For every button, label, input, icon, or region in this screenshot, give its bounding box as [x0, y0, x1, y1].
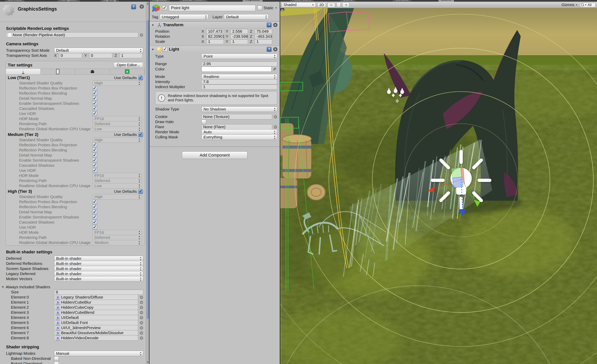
light-gear-icon[interactable]: [273, 47, 278, 52]
window-tab-console[interactable]: Console: [393, 0, 411, 2]
range-field[interactable]: 2.95: [201, 61, 277, 67]
static-dropdown-caret-icon[interactable]: ▼: [275, 7, 277, 9]
rendering-path-dropdown[interactable]: Deferred▲▼: [92, 235, 142, 240]
element-5-object-field[interactable]: SUI/Default Font: [54, 320, 138, 325]
eyedropper-icon[interactable]: ✎: [272, 66, 277, 72]
rendering-path-dropdown[interactable]: Deferred▲▼: [92, 121, 142, 127]
render-mode-dropdown[interactable]: Auto▲▼: [201, 129, 277, 135]
use-hdr-checkbox[interactable]: [92, 111, 97, 116]
realtime-global-illumination-cpu-usage-dropdown[interactable]: Medium▲▼: [92, 240, 142, 245]
baked-directional-checkbox[interactable]: [54, 361, 59, 364]
open-editor-button[interactable]: Open Editor...: [114, 62, 143, 68]
motion-vectors-dropdown[interactable]: Built-in shader▲▼: [54, 276, 143, 282]
indirect-multiplier-field[interactable]: 1: [201, 84, 277, 90]
element-2-object-field[interactable]: SHidden/CubeCopy: [54, 305, 138, 310]
color-swatch[interactable]: [201, 67, 272, 72]
window-tab-game[interactable]: Game: [340, 0, 355, 2]
window-tab-navigation[interactable]: Navigation: [57, 0, 80, 2]
window-tab-collab-histo[interactable]: Collab Histo...: [180, 0, 207, 2]
object-picker-icon[interactable]: ⊙: [140, 295, 143, 299]
lightmap-modes-dropdown[interactable]: Manual▲▼: [54, 351, 143, 356]
always-included-foldout[interactable]: ▼ Always Included Shaders: [0, 284, 146, 289]
cookie-object-field[interactable]: None (Texture): [201, 114, 272, 119]
scale-y-field[interactable]: 1: [231, 39, 248, 44]
object-picker-icon[interactable]: ⊙: [140, 310, 143, 315]
element-7-object-field[interactable]: SBeautiful Dissolves/Mobile/Dissolve: [54, 330, 138, 335]
rotation-z-field[interactable]: -463.343: [255, 34, 272, 39]
platform-tab-iphone[interactable]: [41, 69, 75, 74]
object-picker-icon[interactable]: ⊙: [140, 326, 143, 330]
use-hdr-checkbox[interactable]: [92, 168, 97, 173]
gameobject-name-field[interactable]: Point light: [169, 5, 256, 11]
scene-audio-button[interactable]: [337, 2, 341, 7]
mode-dropdown[interactable]: Realtime▲▼: [201, 74, 277, 79]
active-checkbox[interactable]: [162, 6, 167, 10]
standard-shader-quality-dropdown[interactable]: High▲▼: [92, 137, 142, 143]
scene-view[interactable]: Shaded▼ 2D ☼ ▼ Gizmos▼ ▼ All: [280, 2, 597, 364]
transform-gear-icon[interactable]: [273, 23, 278, 27]
light-enabled-checkbox[interactable]: [163, 47, 167, 52]
scale-x-field[interactable]: 1: [206, 39, 224, 44]
position-x-field[interactable]: 107.473: [206, 29, 224, 34]
transparency-sort-axis-x-field[interactable]: 0: [59, 53, 82, 58]
help-book-icon[interactable]: ?: [131, 4, 136, 9]
scale-z-field[interactable]: 1: [255, 39, 272, 44]
use-defaults-checkbox[interactable]: [138, 189, 143, 194]
use-defaults-checkbox[interactable]: [138, 76, 143, 80]
scrollbar-thumb[interactable]: [146, 20, 149, 319]
realtime-global-illumination-cpu-usage-dropdown[interactable]: Low▲▼: [92, 183, 142, 189]
window-tab-scene[interactable]: Scene: [439, 0, 454, 2]
light-help-icon[interactable]: ?: [267, 47, 272, 52]
layer-dropdown[interactable]: Default▲▼: [224, 14, 268, 20]
transform-help-icon[interactable]: ?: [267, 23, 272, 27]
toggle-2d-button[interactable]: 2D: [317, 2, 326, 7]
none-render-pipeline-asset-object-field[interactable]: None (Render Pipeline Asset): [6, 32, 138, 38]
window-tab-inspector[interactable]: Inspector: [150, 0, 170, 2]
hdr-mode-dropdown[interactable]: FP16▲▼: [92, 116, 142, 121]
window-tab-services[interactable]: Services: [5, 0, 24, 2]
culling-mask-dropdown[interactable]: Everything▲▼: [201, 134, 277, 140]
platform-tab-standalone[interactable]: ↓: [6, 69, 41, 74]
platform-tab-android[interactable]: [75, 69, 110, 74]
scene-lighting-button[interactable]: ☼: [328, 2, 335, 7]
hdr-mode-dropdown[interactable]: FP16▲▼: [92, 230, 142, 235]
use-defaults-checkbox[interactable]: [138, 132, 143, 137]
shadow-type-dropdown[interactable]: No Shadows▲▼: [201, 106, 277, 112]
object-picker-icon[interactable]: ⊙: [140, 33, 143, 37]
element-1-object-field[interactable]: SHidden/CubeBlur: [54, 300, 138, 305]
standard-shader-quality-dropdown[interactable]: High▲▼: [92, 194, 142, 200]
type-dropdown[interactable]: Point▲▼: [201, 54, 277, 59]
realtime-global-illumination-cpu-usage-dropdown[interactable]: Low▲▼: [92, 126, 142, 132]
object-picker-icon[interactable]: ⊙: [274, 125, 277, 129]
size-field[interactable]: 9: [54, 290, 143, 295]
window-tab-lighting[interactable]: Lighting: [101, 0, 118, 2]
hdr-mode-dropdown[interactable]: FP16▲▼: [92, 173, 142, 178]
element-4-object-field[interactable]: SUI/Default: [54, 315, 138, 320]
draw-halo-checkbox[interactable]: [201, 120, 206, 124]
screen-space-shadows-dropdown[interactable]: Built-in shader▲▼: [54, 266, 143, 272]
context-gear-icon[interactable]: [140, 4, 144, 9]
gizmos-dropdown[interactable]: Gizmos▼: [561, 3, 578, 7]
platform-tab-tvos[interactable]: a: [110, 69, 145, 74]
transparency-sort-mode-dropdown[interactable]: Default▲▼: [54, 48, 143, 53]
deferred-reflections-dropdown[interactable]: Built-in shader▲▼: [54, 261, 143, 266]
position-z-field[interactable]: 75.049: [255, 29, 272, 34]
transform-foldout-icon[interactable]: ▼: [151, 23, 156, 27]
window-tab-inspector[interactable]: Inspector: [243, 0, 263, 2]
legacy-deferred-dropdown[interactable]: Built-in shader▲▼: [54, 271, 143, 277]
use-hdr-checkbox[interactable]: [92, 225, 97, 230]
draw-mode-dropdown[interactable]: Shaded▼: [282, 2, 316, 7]
search-filter-caret-icon[interactable]: ▼: [585, 4, 587, 6]
static-checkbox[interactable]: [257, 6, 262, 10]
object-picker-icon[interactable]: ⊙: [274, 115, 277, 119]
object-picker-icon[interactable]: ⊙: [140, 336, 143, 340]
scene-effects-button[interactable]: ▼: [342, 2, 349, 7]
scene-search-input[interactable]: ▼ All: [580, 3, 596, 7]
effects-caret-icon[interactable]: ▼: [345, 4, 347, 6]
rendering-path-dropdown[interactable]: Deferred▲▼: [92, 178, 142, 183]
flare-object-field[interactable]: None (Flare): [201, 124, 272, 129]
object-picker-icon[interactable]: ⊙: [140, 316, 143, 320]
add-component-button[interactable]: Add Component: [182, 152, 247, 159]
element-6-object-field[interactable]: SUI/UI_3dmeshPreview: [54, 325, 138, 330]
deferred-dropdown[interactable]: Built-in shader▲▼: [54, 256, 143, 261]
